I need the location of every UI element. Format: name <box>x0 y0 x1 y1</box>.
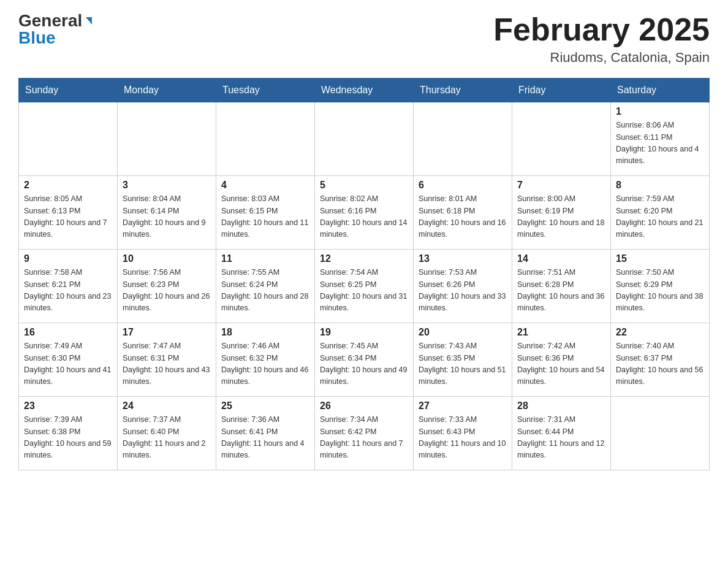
calendar-cell <box>118 102 216 176</box>
day-info: Sunrise: 7:58 AMSunset: 6:21 PMDaylight:… <box>24 267 112 315</box>
day-info: Sunrise: 8:06 AMSunset: 6:11 PMDaylight:… <box>616 120 704 167</box>
day-number: 5 <box>320 180 408 191</box>
calendar-cell: 12Sunrise: 7:54 AMSunset: 6:25 PMDayligh… <box>315 250 414 323</box>
calendar-cell: 17Sunrise: 7:47 AMSunset: 6:31 PMDayligh… <box>118 323 216 397</box>
title-area: February 2025 Riudoms, Catalonia, Spain <box>493 12 710 66</box>
calendar-weekday-friday: Friday <box>512 79 611 102</box>
day-number: 24 <box>123 400 211 412</box>
calendar-cell: 23Sunrise: 7:39 AMSunset: 6:38 PMDayligh… <box>19 397 118 470</box>
calendar-cell: 5Sunrise: 8:02 AMSunset: 6:16 PMDaylight… <box>315 176 414 250</box>
svg-marker-0 <box>86 17 92 25</box>
calendar-cell <box>315 102 414 176</box>
day-number: 11 <box>221 253 309 264</box>
day-info: Sunrise: 7:46 AMSunset: 6:32 PMDaylight:… <box>221 340 309 388</box>
day-number: 1 <box>616 106 704 117</box>
calendar-cell: 22Sunrise: 7:40 AMSunset: 6:37 PMDayligh… <box>611 323 710 397</box>
calendar-week-row: 16Sunrise: 7:49 AMSunset: 6:30 PMDayligh… <box>19 323 710 397</box>
calendar-cell: 15Sunrise: 7:50 AMSunset: 6:29 PMDayligh… <box>611 250 710 323</box>
day-info: Sunrise: 7:37 AMSunset: 6:40 PMDaylight:… <box>123 414 211 462</box>
day-number: 6 <box>419 180 507 191</box>
calendar-cell: 4Sunrise: 8:03 AMSunset: 6:15 PMDaylight… <box>216 176 315 250</box>
day-number: 12 <box>320 253 408 264</box>
calendar-cell: 25Sunrise: 7:36 AMSunset: 6:41 PMDayligh… <box>216 397 315 470</box>
calendar-cell: 1Sunrise: 8:06 AMSunset: 6:11 PMDaylight… <box>611 102 710 176</box>
calendar-cell: 10Sunrise: 7:56 AMSunset: 6:23 PMDayligh… <box>118 250 216 323</box>
calendar-weekday-monday: Monday <box>118 79 216 102</box>
day-number: 7 <box>517 180 605 191</box>
calendar-cell: 8Sunrise: 7:59 AMSunset: 6:20 PMDaylight… <box>611 176 710 250</box>
day-info: Sunrise: 7:56 AMSunset: 6:23 PMDaylight:… <box>123 267 211 315</box>
day-number: 19 <box>320 327 408 338</box>
calendar-cell <box>19 102 118 176</box>
day-number: 22 <box>616 327 704 338</box>
calendar-cell <box>414 102 512 176</box>
day-info: Sunrise: 8:03 AMSunset: 6:15 PMDaylight:… <box>221 193 309 241</box>
location-title: Riudoms, Catalonia, Spain <box>493 50 710 66</box>
calendar-header-row: SundayMondayTuesdayWednesdayThursdayFrid… <box>19 79 710 102</box>
day-info: Sunrise: 7:59 AMSunset: 6:20 PMDaylight:… <box>616 193 704 241</box>
logo-general-text: General <box>18 12 82 29</box>
calendar-cell: 28Sunrise: 7:31 AMSunset: 6:44 PMDayligh… <box>512 397 611 470</box>
calendar-cell: 14Sunrise: 7:51 AMSunset: 6:28 PMDayligh… <box>512 250 611 323</box>
day-info: Sunrise: 7:39 AMSunset: 6:38 PMDaylight:… <box>24 414 112 462</box>
day-number: 27 <box>419 400 507 412</box>
calendar-cell: 3Sunrise: 8:04 AMSunset: 6:14 PMDaylight… <box>118 176 216 250</box>
calendar-weekday-wednesday: Wednesday <box>315 79 414 102</box>
day-info: Sunrise: 7:40 AMSunset: 6:37 PMDaylight:… <box>616 340 704 388</box>
calendar-cell: 19Sunrise: 7:45 AMSunset: 6:34 PMDayligh… <box>315 323 414 397</box>
day-info: Sunrise: 7:54 AMSunset: 6:25 PMDaylight:… <box>320 267 408 315</box>
day-number: 10 <box>123 253 211 264</box>
calendar-cell: 18Sunrise: 7:46 AMSunset: 6:32 PMDayligh… <box>216 323 315 397</box>
calendar-weekday-saturday: Saturday <box>611 79 710 102</box>
calendar-cell: 20Sunrise: 7:43 AMSunset: 6:35 PMDayligh… <box>414 323 512 397</box>
day-number: 21 <box>517 327 605 338</box>
calendar-cell: 2Sunrise: 8:05 AMSunset: 6:13 PMDaylight… <box>19 176 118 250</box>
logo-triangle-icon <box>84 16 94 26</box>
calendar-cell: 13Sunrise: 7:53 AMSunset: 6:26 PMDayligh… <box>414 250 512 323</box>
calendar-weekday-tuesday: Tuesday <box>216 79 315 102</box>
day-number: 25 <box>221 400 309 412</box>
calendar-weekday-sunday: Sunday <box>19 79 118 102</box>
day-info: Sunrise: 8:00 AMSunset: 6:19 PMDaylight:… <box>517 193 605 241</box>
day-info: Sunrise: 7:36 AMSunset: 6:41 PMDaylight:… <box>221 414 309 462</box>
day-info: Sunrise: 8:05 AMSunset: 6:13 PMDaylight:… <box>24 193 112 241</box>
calendar-cell <box>512 102 611 176</box>
calendar-cell: 24Sunrise: 7:37 AMSunset: 6:40 PMDayligh… <box>118 397 216 470</box>
page-header: General Blue February 2025 Riudoms, Cata… <box>18 12 710 66</box>
calendar-cell <box>216 102 315 176</box>
day-number: 3 <box>123 180 211 191</box>
day-number: 17 <box>123 327 211 338</box>
day-info: Sunrise: 7:51 AMSunset: 6:28 PMDaylight:… <box>517 267 605 315</box>
day-info: Sunrise: 8:04 AMSunset: 6:14 PMDaylight:… <box>123 193 211 241</box>
day-number: 2 <box>24 180 112 191</box>
day-number: 9 <box>24 253 112 264</box>
day-number: 23 <box>24 400 112 412</box>
day-number: 16 <box>24 327 112 338</box>
day-info: Sunrise: 7:53 AMSunset: 6:26 PMDaylight:… <box>419 267 507 315</box>
day-info: Sunrise: 7:33 AMSunset: 6:43 PMDaylight:… <box>419 414 507 462</box>
day-number: 15 <box>616 253 704 264</box>
day-info: Sunrise: 8:01 AMSunset: 6:18 PMDaylight:… <box>419 193 507 241</box>
day-info: Sunrise: 7:34 AMSunset: 6:42 PMDaylight:… <box>320 414 408 462</box>
day-number: 14 <box>517 253 605 264</box>
calendar-cell: 16Sunrise: 7:49 AMSunset: 6:30 PMDayligh… <box>19 323 118 397</box>
calendar-cell: 11Sunrise: 7:55 AMSunset: 6:24 PMDayligh… <box>216 250 315 323</box>
month-title: February 2025 <box>493 12 710 47</box>
calendar-cell: 6Sunrise: 8:01 AMSunset: 6:18 PMDaylight… <box>414 176 512 250</box>
calendar-cell: 26Sunrise: 7:34 AMSunset: 6:42 PMDayligh… <box>315 397 414 470</box>
day-number: 28 <box>517 400 605 412</box>
calendar-week-row: 2Sunrise: 8:05 AMSunset: 6:13 PMDaylight… <box>19 176 710 250</box>
day-info: Sunrise: 7:31 AMSunset: 6:44 PMDaylight:… <box>517 414 605 462</box>
logo: General Blue <box>18 12 94 47</box>
day-number: 20 <box>419 327 507 338</box>
calendar-week-row: 1Sunrise: 8:06 AMSunset: 6:11 PMDaylight… <box>19 102 710 176</box>
day-info: Sunrise: 7:47 AMSunset: 6:31 PMDaylight:… <box>123 340 211 388</box>
calendar-week-row: 9Sunrise: 7:58 AMSunset: 6:21 PMDaylight… <box>19 250 710 323</box>
day-info: Sunrise: 7:50 AMSunset: 6:29 PMDaylight:… <box>616 267 704 315</box>
logo-blue-text: Blue <box>18 29 56 47</box>
day-number: 26 <box>320 400 408 412</box>
day-number: 8 <box>616 180 704 191</box>
calendar-cell: 7Sunrise: 8:00 AMSunset: 6:19 PMDaylight… <box>512 176 611 250</box>
calendar-cell: 21Sunrise: 7:42 AMSunset: 6:36 PMDayligh… <box>512 323 611 397</box>
day-number: 4 <box>221 180 309 191</box>
